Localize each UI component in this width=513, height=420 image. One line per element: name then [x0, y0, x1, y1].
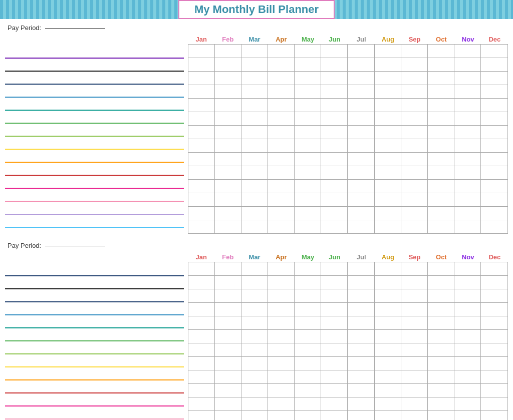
- grid-cell[interactable]: [428, 139, 454, 152]
- grid-cell[interactable]: [295, 207, 321, 220]
- grid-row[interactable]: [188, 316, 507, 330]
- grid-cell[interactable]: [348, 289, 374, 302]
- grid-cell[interactable]: [215, 220, 241, 233]
- grid-cell[interactable]: [481, 180, 507, 193]
- grid-cell[interactable]: [188, 85, 215, 98]
- grid-cell[interactable]: [268, 112, 295, 125]
- grid-cell[interactable]: [454, 112, 481, 125]
- grid-cell[interactable]: [428, 166, 454, 179]
- grid-cell[interactable]: [428, 180, 454, 193]
- grid-cell[interactable]: [454, 262, 481, 275]
- grid-cell[interactable]: [348, 384, 374, 397]
- grid-cell[interactable]: [215, 72, 241, 85]
- grid-cell[interactable]: [481, 99, 507, 112]
- grid-cell[interactable]: [348, 303, 374, 316]
- grid-cell[interactable]: [481, 262, 507, 275]
- grid-cell[interactable]: [481, 411, 507, 420]
- grid-cell[interactable]: [375, 262, 401, 275]
- grid-cell[interactable]: [481, 220, 507, 233]
- grid-cell[interactable]: [321, 411, 348, 420]
- grid-cell[interactable]: [215, 180, 241, 193]
- grid-cell[interactable]: [321, 220, 348, 233]
- grid-row[interactable]: [188, 330, 507, 343]
- grid-cell[interactable]: [481, 139, 507, 152]
- grid-cell[interactable]: [401, 397, 428, 410]
- grid-cell[interactable]: [428, 343, 454, 356]
- grid-cell[interactable]: [188, 112, 215, 125]
- grid-cell[interactable]: [188, 139, 215, 152]
- grid-cell[interactable]: [215, 262, 241, 275]
- grid-cell[interactable]: [348, 357, 374, 370]
- grid-cell[interactable]: [454, 289, 481, 302]
- grid-cell[interactable]: [454, 397, 481, 410]
- grid-cell[interactable]: [428, 58, 454, 71]
- grid-cell[interactable]: [188, 153, 215, 166]
- grid-cell[interactable]: [321, 139, 348, 152]
- grid-cell[interactable]: [295, 99, 321, 112]
- grid-cell[interactable]: [241, 153, 268, 166]
- grid-cell[interactable]: [481, 343, 507, 356]
- grid-cell[interactable]: [215, 330, 241, 343]
- grid-cell[interactable]: [375, 58, 401, 71]
- grid-cell[interactable]: [454, 343, 481, 356]
- grid-row[interactable]: [188, 72, 507, 85]
- bill-name-row[interactable]: [5, 381, 184, 394]
- grid-cell[interactable]: [348, 139, 374, 152]
- grid-cell[interactable]: [348, 112, 374, 125]
- bill-name-row[interactable]: [5, 138, 184, 151]
- grid-cell[interactable]: [375, 289, 401, 302]
- grid-cell[interactable]: [295, 58, 321, 71]
- grid-cell[interactable]: [321, 397, 348, 410]
- grid-cell[interactable]: [295, 357, 321, 370]
- grid-cell[interactable]: [241, 45, 268, 58]
- grid-cell[interactable]: [188, 99, 215, 112]
- grid-cell[interactable]: [454, 180, 481, 193]
- grid-row[interactable]: [188, 343, 507, 357]
- grid-cell[interactable]: [428, 357, 454, 370]
- grid-row[interactable]: [188, 99, 507, 112]
- grid-cell[interactable]: [401, 166, 428, 179]
- grid-cell[interactable]: [375, 166, 401, 179]
- grid-cell[interactable]: [428, 384, 454, 397]
- grid-cell[interactable]: [268, 166, 295, 179]
- grid-cell[interactable]: [295, 126, 321, 139]
- grid-cell[interactable]: [401, 207, 428, 220]
- grid-cell[interactable]: [375, 72, 401, 85]
- grid-cell[interactable]: [454, 370, 481, 383]
- grid-cell[interactable]: [375, 384, 401, 397]
- grid-cell[interactable]: [215, 343, 241, 356]
- grid-cell[interactable]: [321, 262, 348, 275]
- grid-cell[interactable]: [268, 262, 295, 275]
- grid-cell[interactable]: [375, 220, 401, 233]
- grid-cell[interactable]: [268, 384, 295, 397]
- grid-cell[interactable]: [321, 370, 348, 383]
- grid-cell[interactable]: [454, 166, 481, 179]
- grid-cell[interactable]: [428, 126, 454, 139]
- grid-cell[interactable]: [481, 303, 507, 316]
- grid-cell[interactable]: [481, 126, 507, 139]
- grid-cell[interactable]: [241, 330, 268, 343]
- grid-cell[interactable]: [268, 316, 295, 329]
- grid-cell[interactable]: [401, 276, 428, 289]
- grid-cell[interactable]: [268, 397, 295, 410]
- grid-cell[interactable]: [454, 153, 481, 166]
- grid-cell[interactable]: [401, 126, 428, 139]
- grid-row[interactable]: [188, 303, 507, 316]
- grid-cell[interactable]: [401, 220, 428, 233]
- grid-cell[interactable]: [321, 207, 348, 220]
- grid-cell[interactable]: [215, 85, 241, 98]
- grid-cell[interactable]: [268, 289, 295, 302]
- grid-cell[interactable]: [215, 193, 241, 206]
- grid-cell[interactable]: [321, 330, 348, 343]
- grid-cell[interactable]: [348, 330, 374, 343]
- grid-cell[interactable]: [428, 262, 454, 275]
- bill-name-row[interactable]: [5, 316, 184, 329]
- bill-name-row[interactable]: [5, 86, 184, 99]
- grid-cell[interactable]: [454, 139, 481, 152]
- grid-cell[interactable]: [428, 45, 454, 58]
- grid-cell[interactable]: [241, 207, 268, 220]
- grid-cell[interactable]: [241, 180, 268, 193]
- grid-cell[interactable]: [454, 276, 481, 289]
- grid-cell[interactable]: [295, 139, 321, 152]
- grid-cell[interactable]: [295, 384, 321, 397]
